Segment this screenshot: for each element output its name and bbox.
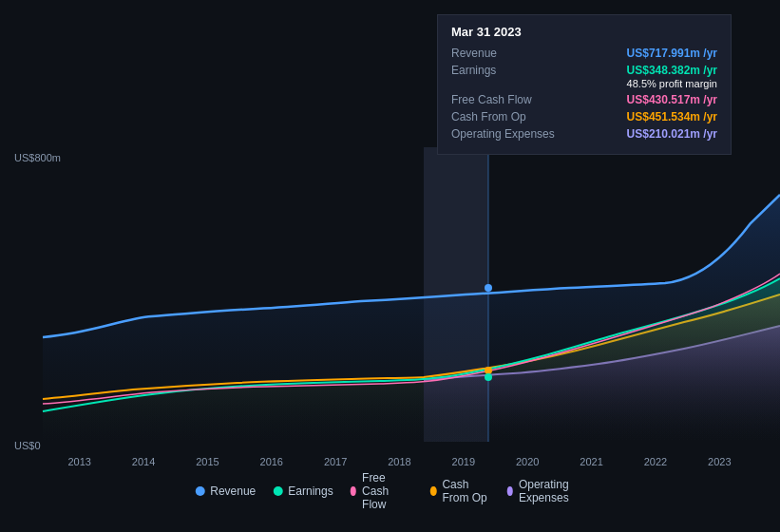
x-label-2017: 2017 bbox=[324, 456, 347, 467]
cash-from-op-label: Cash From Op bbox=[451, 110, 556, 124]
free-cash-legend-dot bbox=[351, 486, 356, 496]
x-label-2015: 2015 bbox=[196, 456, 219, 467]
x-label-2023: 2023 bbox=[708, 456, 731, 467]
op-expenses-legend-dot bbox=[507, 486, 513, 496]
x-label-2018: 2018 bbox=[388, 456, 410, 467]
revenue-legend-label: Revenue bbox=[210, 484, 256, 498]
earnings-dot bbox=[485, 373, 492, 381]
free-cash-label: Free Cash Flow bbox=[451, 93, 556, 106]
free-cash-value: US$430.517m /yr bbox=[627, 93, 717, 106]
earnings-label: Earnings bbox=[451, 64, 556, 77]
revenue-legend-dot bbox=[195, 486, 204, 496]
tooltip-earnings-row: Earnings US$348.382m /yr bbox=[451, 64, 717, 77]
op-expenses-legend-label: Operating Expenses bbox=[519, 478, 585, 504]
x-axis: 2013 2014 2015 2016 2017 2018 2019 2020 … bbox=[0, 456, 780, 467]
x-label-2022: 2022 bbox=[644, 456, 667, 467]
tooltip-date: Mar 31 2023 bbox=[451, 25, 717, 39]
cash-from-op-legend-label: Cash From Op bbox=[442, 478, 489, 504]
op-expenses-label: Operating Expenses bbox=[451, 127, 556, 141]
earnings-legend-label: Earnings bbox=[288, 484, 333, 498]
profit-margin-row: 48.5% profit margin bbox=[451, 78, 717, 89]
revenue-value: US$717.991m /yr bbox=[627, 47, 717, 60]
legend-item-op-expenses[interactable]: Operating Expenses bbox=[507, 478, 585, 504]
x-label-2013: 2013 bbox=[67, 456, 90, 467]
x-label-2019: 2019 bbox=[452, 456, 475, 467]
legend-item-earnings[interactable]: Earnings bbox=[273, 484, 333, 498]
x-label-2014: 2014 bbox=[132, 456, 155, 467]
profit-margin-value: 48.5% profit margin bbox=[627, 78, 717, 89]
tooltip-revenue-row: Revenue US$717.991m /yr bbox=[451, 47, 717, 60]
legend-item-free-cash-flow[interactable]: Free Cash Flow bbox=[351, 471, 413, 511]
cash-from-op-legend-dot bbox=[430, 486, 436, 496]
chart-container: Mar 31 2023 Revenue US$717.991m /yr Earn… bbox=[0, 0, 780, 532]
tooltip-box: Mar 31 2023 Revenue US$717.991m /yr Earn… bbox=[437, 14, 732, 155]
earnings-value: US$348.382m /yr bbox=[627, 64, 717, 77]
revenue-label: Revenue bbox=[451, 47, 556, 60]
cash-op-dot bbox=[485, 367, 492, 374]
revenue-dot bbox=[485, 284, 492, 292]
op-expenses-value: US$210.021m /yr bbox=[627, 127, 717, 141]
chart-legend: Revenue Earnings Free Cash Flow Cash Fro… bbox=[195, 471, 585, 511]
x-label-2020: 2020 bbox=[516, 456, 539, 467]
cash-from-op-value: US$451.534m /yr bbox=[627, 110, 717, 124]
tooltip-cash-from-op-row: Cash From Op US$451.534m /yr bbox=[451, 110, 717, 124]
tooltip-op-expenses-row: Operating Expenses US$210.021m /yr bbox=[451, 127, 717, 141]
earnings-legend-dot bbox=[273, 486, 282, 496]
x-label-2021: 2021 bbox=[580, 456, 602, 467]
legend-item-cash-from-op[interactable]: Cash From Op bbox=[430, 478, 489, 504]
tooltip-free-cash-row: Free Cash Flow US$430.517m /yr bbox=[451, 93, 717, 106]
x-label-2016: 2016 bbox=[260, 456, 283, 467]
free-cash-legend-label: Free Cash Flow bbox=[362, 471, 413, 511]
chart-svg bbox=[0, 147, 780, 451]
legend-item-revenue[interactable]: Revenue bbox=[195, 484, 256, 498]
